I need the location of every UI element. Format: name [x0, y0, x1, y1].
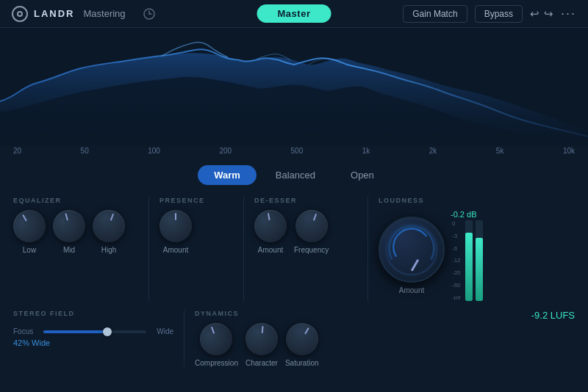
presence-label: PRESENCE — [159, 197, 205, 204]
loudness-amount-label: Amount — [399, 286, 424, 294]
de-esser-section: DE-ESSER Amount Frequency — [254, 197, 357, 254]
meter-label-6: -6 — [452, 245, 461, 252]
freq-label-1k: 1k — [362, 147, 370, 155]
brand-name: LANDR — [34, 8, 75, 19]
frequency-labels: 20 50 100 200 500 1k 2k 5k 10k — [0, 145, 588, 156]
compression-knob[interactable] — [196, 319, 237, 360]
meter-fill-right — [476, 238, 483, 301]
stereo-value: 42% Wide — [13, 338, 50, 347]
eq-high-label: High — [101, 246, 117, 254]
eq-mid-label: Mid — [63, 246, 75, 254]
right-controls: Gain Match Bypass ↩ ↪ ··· — [403, 5, 576, 23]
freq-label-20: 20 — [13, 147, 21, 155]
spectrum-display — [0, 28, 588, 145]
redo-button[interactable]: ↪ — [544, 7, 553, 21]
loudness-label: LOUDNESS — [379, 197, 424, 204]
compression-container: Compression — [195, 323, 238, 367]
slider-thumb[interactable] — [103, 327, 112, 336]
history-icon[interactable] — [142, 7, 157, 21]
freq-label-50: 50 — [81, 147, 89, 155]
freq-label-200: 200 — [219, 147, 232, 155]
saturation-label: Saturation — [285, 359, 319, 367]
de-esser-amount-label: Amount — [258, 246, 283, 254]
freq-label-2k: 2k — [429, 147, 437, 155]
logo-inner — [17, 11, 23, 17]
header: LANDR Mastering Master Gain Match Bypass… — [0, 0, 588, 28]
de-esser-freq-label: Frequency — [294, 246, 329, 254]
character-tick — [262, 326, 264, 333]
eq-low-label: Low — [23, 246, 36, 254]
gain-match-button[interactable]: Gain Match — [403, 5, 467, 23]
meter-label-0: 0 — [452, 220, 461, 227]
master-button[interactable]: Master — [257, 4, 331, 23]
stereo-field-label: STEREO FIELD — [13, 310, 75, 317]
freq-label-100: 100 — [148, 147, 160, 155]
presence-amount-knob[interactable] — [159, 210, 192, 242]
eq-low-knob[interactable] — [7, 204, 51, 248]
de-esser-freq-knob[interactable] — [290, 206, 331, 247]
loudness-amount-knob[interactable] — [379, 217, 445, 283]
meter-label-60: -60 — [452, 282, 461, 288]
mode-open-button[interactable]: Open — [334, 165, 390, 185]
divider-3 — [368, 197, 368, 301]
mode-balanced-button[interactable]: Balanced — [259, 165, 331, 185]
freq-label-5k: 5k — [496, 147, 504, 155]
db-value: -0.2 dB — [451, 210, 476, 219]
undo-button[interactable]: ↩ — [530, 7, 539, 21]
character-knob[interactable] — [244, 322, 279, 357]
de-esser-amount-tick — [268, 213, 270, 220]
loudness-section: LOUDNESS Amount -0.2 dB — [379, 197, 526, 301]
character-container: Character — [245, 323, 278, 367]
presence-amount-label: Amount — [163, 246, 188, 254]
mode-warm-button[interactable]: Warm — [198, 165, 257, 185]
de-esser-amount-knob[interactable] — [252, 208, 290, 245]
more-button[interactable]: ··· — [561, 6, 576, 21]
presence-section: PRESENCE Amount — [159, 197, 233, 254]
compression-label: Compression — [195, 359, 238, 367]
eq-low-tick — [22, 214, 27, 222]
equalizer-section: EQUALIZER Low Mid High — [13, 197, 138, 254]
slider-fill — [43, 330, 105, 333]
presence-amount-container: Amount — [159, 210, 192, 254]
character-label: Character — [245, 359, 278, 367]
de-esser-freq-tick — [312, 214, 316, 221]
meter-bar-right — [476, 220, 483, 301]
eq-mid-knob[interactable] — [49, 206, 89, 246]
app-name: Mastering — [84, 8, 126, 19]
lufs-value: -9.2 LUFS — [531, 310, 575, 321]
meter-labels: 0 -3 -6 -12 -20 -60 -inf — [451, 220, 462, 301]
focus-label: Focus — [13, 327, 33, 335]
meter-label-3: -3 — [452, 233, 461, 239]
saturation-container: Saturation — [285, 323, 319, 367]
undo-redo-group: ↩ ↪ — [530, 7, 553, 21]
dynamics-label: DYNAMICS — [195, 310, 239, 317]
eq-high-knob[interactable] — [88, 206, 129, 247]
freq-label-500: 500 — [291, 147, 304, 155]
mode-selector: Warm Balanced Open — [0, 156, 588, 192]
eq-high-tick — [110, 214, 114, 221]
divider-4 — [184, 310, 184, 367]
saturation-knob[interactable] — [280, 317, 324, 361]
saturation-tick — [304, 327, 309, 335]
meter-bars — [465, 220, 483, 301]
de-esser-amount-container: Amount — [254, 210, 287, 254]
eq-high-container: High — [93, 210, 125, 254]
meter-label-12: -12 — [452, 257, 461, 264]
stereo-field-section: STEREO FIELD Focus Wide 42% Wide — [13, 310, 173, 347]
logo-area: LANDR Mastering — [12, 6, 157, 22]
de-esser-freq-container: Frequency — [294, 210, 329, 254]
compression-tick — [211, 327, 215, 334]
meter-fill-left — [465, 233, 473, 302]
eq-low-container: Low — [13, 210, 46, 254]
lufs-section: -9.2 LUFS — [531, 310, 575, 324]
bypass-button[interactable]: Bypass — [475, 5, 523, 23]
de-esser-label: DE-ESSER — [254, 197, 297, 204]
dynamics-section: DYNAMICS Compression Character Saturatio… — [195, 310, 320, 367]
divider-2 — [243, 197, 244, 301]
dynamics-knobs: Compression Character Saturation — [195, 323, 319, 367]
eq-mid-container: Mid — [53, 210, 85, 254]
meter-label-20: -20 — [452, 269, 461, 276]
meter-label-inf: -inf — [452, 294, 461, 301]
stereo-slider-track[interactable] — [43, 330, 146, 333]
loudness-content: Amount -0.2 dB 0 -3 -6 -12 -20 -60 -inf — [379, 210, 483, 301]
